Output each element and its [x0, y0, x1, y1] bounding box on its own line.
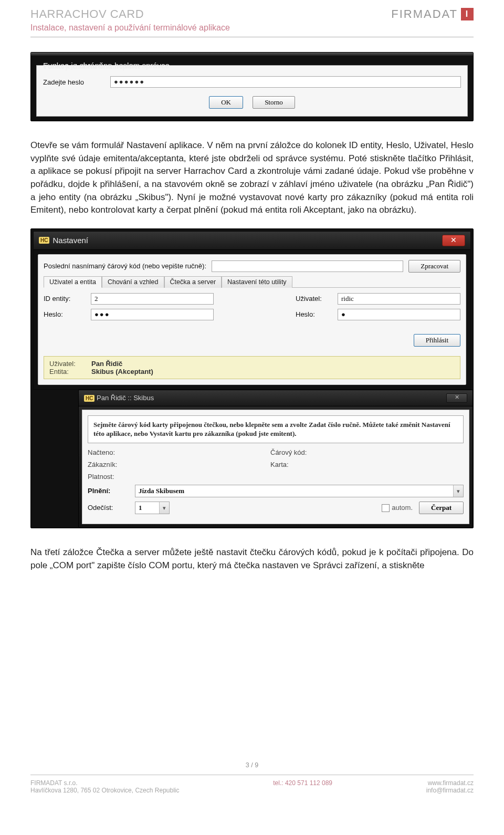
footer-www[interactable]: www.firmadat.cz	[428, 779, 474, 787]
chevron-down-icon: ▾	[453, 485, 463, 497]
barcode-input[interactable]	[212, 260, 403, 272]
odecist-label: Odečíst:	[88, 504, 135, 512]
process-button[interactable]: Zpracovat	[408, 260, 460, 273]
brand: FIRMADAT I	[391, 7, 474, 21]
barcode-label: Poslední nasnímaný čárový kód (nebo vepi…	[44, 262, 206, 270]
app-icon: HC	[39, 237, 49, 244]
brand-name: FIRMADAT	[391, 7, 458, 21]
doc-header: HARRACHOV CARD Instalace, nastavení a po…	[30, 0, 474, 37]
footer-tel: tel.: 420 571 112 089	[179, 779, 426, 794]
app-icon: HC	[84, 395, 94, 402]
user-label: Uživatel:	[296, 295, 338, 302]
storno-button[interactable]: Storno	[253, 96, 295, 109]
password-entity-label: Heslo:	[44, 310, 91, 318]
id-entity-label: ID entity:	[44, 295, 91, 302]
paragraph-2: Na třetí záložce Čtečka a server můžete …	[30, 546, 474, 572]
tab-utility-settings[interactable]: Nastavení této utility	[222, 276, 292, 288]
instructions-area[interactable]: Sejměte čárový kód karty připojenou čteč…	[88, 415, 464, 443]
screenshot-settings-window: HC Nastavení ✕ Poslední nasnímaný čárový…	[30, 228, 474, 528]
tab-behavior[interactable]: Chování a vzhled	[102, 276, 164, 288]
footer-mail[interactable]: info@firmadat.cz	[426, 787, 474, 794]
password-user-label: Heslo:	[296, 310, 338, 318]
doc-title: HARRACHOV CARD	[30, 7, 230, 21]
plneni-label: Plnění:	[88, 487, 135, 495]
plneni-dropdown[interactable]: Jízda Skibusem ▾	[135, 485, 464, 497]
odecist-stepper[interactable]: 1 ▾	[135, 502, 170, 514]
page-number: 3 / 9	[0, 761, 504, 769]
carovy-kod-label: Čárový kód:	[270, 448, 328, 456]
doc-subtitle: Instalace, nastavení a používání terminá…	[30, 23, 230, 33]
chevron-down-icon: ▾	[159, 502, 169, 514]
screenshot-password-prompt: Funkce je chráněna heslem správce Funkce…	[30, 52, 474, 121]
window-title: Nastavení	[52, 236, 88, 245]
password-label: Zadejte heslo	[43, 78, 110, 86]
status-user: Pan Řidič	[91, 360, 122, 368]
login-button[interactable]: Přihlásit	[414, 334, 460, 347]
password-entity-input[interactable]: ●●●	[91, 309, 214, 320]
tab-reader-server[interactable]: Čtečka a server	[164, 276, 222, 288]
autom-checkbox[interactable]: autom.	[382, 504, 413, 512]
screenshot-terminal-window: HC Pan Řidič :: Skibus ✕ Sejměte čárový …	[78, 390, 473, 528]
footer-company: FIRMADAT s.r.o.	[30, 779, 179, 787]
login-status-panel: Uživatel:Pan Řidič Entita:Skibus (Akcept…	[44, 356, 460, 379]
user-input[interactable]: ridic	[338, 293, 460, 305]
terminal-window-title: Pan Řidič :: Skibus	[97, 394, 154, 402]
cerpat-button[interactable]: Čerpat	[419, 502, 464, 514]
tab-user-entity[interactable]: Uživatel a entita	[44, 276, 102, 288]
zakaznik-label: Zákazník:	[88, 461, 135, 468]
id-entity-input[interactable]: 2	[91, 293, 214, 305]
password-user-input[interactable]: ●	[338, 309, 460, 320]
close-icon[interactable]: ✕	[446, 393, 467, 403]
brand-logo-icon: I	[461, 8, 474, 20]
doc-footer: FIRMADAT s.r.o. Havlíčkova 1280, 765 02 …	[30, 775, 474, 803]
ok-button[interactable]: OK	[209, 96, 243, 109]
nacteno-label: Načteno:	[88, 448, 135, 456]
footer-address: Havlíčkova 1280, 765 02 Otrokovice, Czec…	[30, 787, 179, 794]
password-input[interactable]: ●●●●●●	[110, 76, 461, 88]
karta-label: Karta:	[270, 461, 328, 468]
close-icon[interactable]: ✕	[442, 235, 465, 246]
tabs: Uživatel a entita Chování a vzhled Čtečk…	[44, 276, 460, 288]
platnost-label: Platnost:	[88, 473, 135, 481]
paragraph-1: Otevře se vám formulář Nastavení aplikac…	[30, 139, 474, 217]
status-entity: Skibus (Akceptant)	[91, 368, 153, 375]
